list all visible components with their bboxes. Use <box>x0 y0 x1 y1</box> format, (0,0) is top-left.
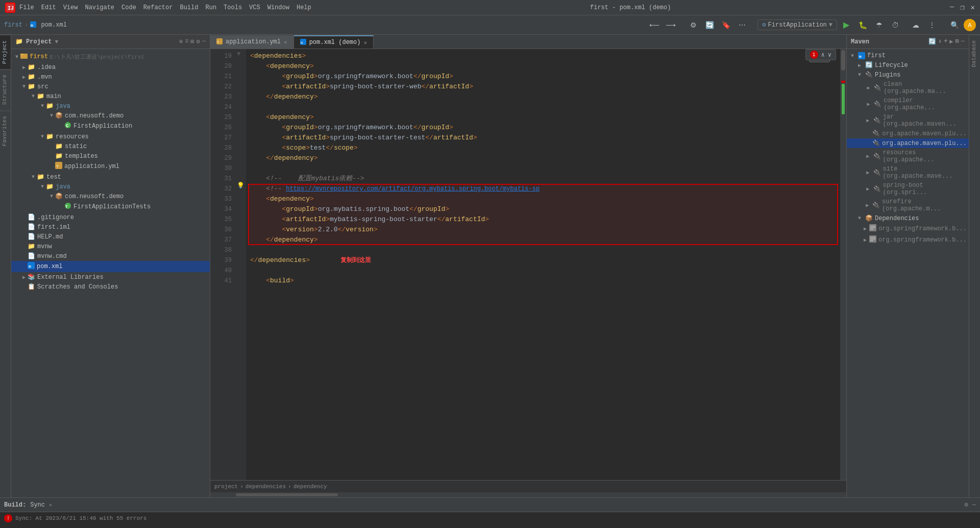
run-button[interactable]: ▶ <box>839 18 853 32</box>
tab-close-appyml[interactable]: ✕ <box>284 39 287 45</box>
maven-item-plu1[interactable]: 🔌 org.apache.maven.plu... <box>847 129 969 138</box>
maven-item-plu2[interactable]: 🔌 org.apache.maven.plu... <box>847 138 969 148</box>
menu-run[interactable]: Run <box>205 4 216 11</box>
error-marker[interactable] <box>841 81 845 83</box>
menu-code[interactable]: Code <box>121 4 136 11</box>
sidebar-tab-favorites[interactable]: Favorites <box>0 110 11 151</box>
deploy-button[interactable]: ☁ <box>909 18 923 32</box>
tree-item-firstiml[interactable]: 📄 first.iml <box>11 222 210 232</box>
profile-button[interactable]: ⏱ <box>888 18 902 32</box>
sidebar-tab-database[interactable]: Database <box>969 35 980 73</box>
tree-item-test[interactable]: ▼ 📁 test <box>11 172 210 182</box>
search-button[interactable]: 🔍 <box>947 18 962 32</box>
tree-item-main[interactable]: ▼ 📁 main <box>11 91 210 101</box>
menu-refactor[interactable]: Refactor <box>143 4 173 11</box>
fold-19[interactable]: ▼ <box>237 49 240 59</box>
locate-icon[interactable]: ⊕ <box>179 38 183 45</box>
maven-item-compiler[interactable]: ▶ 🔌 compiler (org.apache... <box>847 96 969 112</box>
tree-item-firstapptests[interactable]: T FirstApplicationTests <box>11 201 210 212</box>
ok-marker[interactable] <box>842 84 845 114</box>
back-button[interactable]: ⟵ <box>647 18 662 32</box>
toolbar-more1[interactable]: ⋮ <box>925 18 939 32</box>
maven-refresh[interactable]: 🔄 <box>928 38 936 45</box>
collapse-icon[interactable]: ≡ <box>185 38 188 45</box>
tree-item-src[interactable]: ▼ 📁 src <box>11 82 210 91</box>
tree-item-appyml[interactable]: Y application.yml <box>11 161 210 172</box>
forward-button[interactable]: ⟶ <box>664 18 678 32</box>
tree-item-helpmd[interactable]: 📄 HELP.md <box>11 232 210 242</box>
maven-more[interactable]: ─ <box>961 38 965 45</box>
sidebar-tab-project[interactable]: Project <box>0 35 11 69</box>
tree-item-idea[interactable]: ▶ 📁 .idea <box>11 62 210 72</box>
tree-item-gitignore[interactable]: 📄 .gitignore <box>11 212 210 222</box>
breadcrumb-dependency[interactable]: dependency <box>293 484 327 490</box>
error-nav-down[interactable]: ∨ <box>828 51 831 59</box>
menu-bar[interactable]: File Edit View Navigate Code Refactor Bu… <box>19 4 311 11</box>
settings-icon[interactable]: ⚙ <box>197 38 200 45</box>
bookmark-button[interactable]: 🔖 <box>719 18 733 32</box>
tree-item-firstapp[interactable]: C FirstApplication <box>11 121 210 132</box>
sync-button[interactable]: 🔄 <box>702 18 717 32</box>
maven-item-springboot[interactable]: ▶ 🔌 spring-boot (org.spri... <box>847 181 969 197</box>
menu-navigate[interactable]: Navigate <box>85 4 114 11</box>
sidebar-tab-structure[interactable]: Structure <box>0 69 11 110</box>
maven-item-dep2[interactable]: ▶ org.springframework.b... <box>847 234 969 246</box>
tree-item-templates[interactable]: 📁 templates <box>11 151 210 161</box>
tree-item-java-test[interactable]: ▼ 📁 java <box>11 182 210 191</box>
avatar-button[interactable]: A <box>964 19 976 31</box>
debug-button[interactable]: 🐛 <box>855 18 870 32</box>
maven-item-clean[interactable]: ▶ 🔌 clean (org.apache.ma... <box>847 80 969 96</box>
tab-close-pomxml[interactable]: ✕ <box>363 39 367 46</box>
menu-vcs[interactable]: VCS <box>249 4 260 11</box>
hide-icon[interactable]: ─ <box>202 38 206 45</box>
maven-item-first[interactable]: ▼ m first <box>847 51 969 60</box>
run-config[interactable]: ⚙ FirstApplication ▼ <box>757 19 837 30</box>
maven-m[interactable]: m <box>955 38 959 45</box>
menu-window[interactable]: Window <box>267 4 289 11</box>
editor-tab-appyml[interactable]: Y application.yml ✕ <box>210 35 294 49</box>
maven-item-lifecycle[interactable]: ▶ 🔄 Lifecycle <box>847 60 969 70</box>
maven-download[interactable]: ⬇ <box>938 38 942 45</box>
tree-item-mvnw[interactable]: 📁 mvnw <box>11 242 210 251</box>
maven-item-site[interactable]: ▶ 🔌 site (org.apache.mave... <box>847 164 969 181</box>
breadcrumb-first[interactable]: first <box>4 21 22 29</box>
run-config-dropdown[interactable]: ▼ <box>829 21 832 29</box>
maven-item-dep1[interactable]: ▶ org.springframework.b... <box>847 223 969 234</box>
hscrollbar-thumb[interactable] <box>236 493 338 496</box>
tree-item-static[interactable]: 📁 static <box>11 141 210 151</box>
window-controls[interactable]: ─ ❐ ✕ <box>950 3 975 12</box>
error-nav-up[interactable]: ∧ <box>821 51 825 59</box>
maven-item-deps[interactable]: ▼ 📦 Dependencies <box>847 213 969 223</box>
tree-item-package[interactable]: ▼ 📦 com.neusoft.demo <box>11 111 210 121</box>
maven-item-jar[interactable]: ▶ 🔌 jar (org.apache.maven... <box>847 112 969 129</box>
tree-item-pomxml[interactable]: m pom.xml <box>11 261 210 272</box>
editor-scrollbar[interactable] <box>840 49 846 480</box>
minimize-button[interactable]: ─ <box>950 3 954 12</box>
maven-execute[interactable]: ▶ <box>949 38 953 45</box>
breadcrumb-project[interactable]: project <box>214 484 238 490</box>
menu-help[interactable]: Help <box>297 4 311 11</box>
maven-item-surefire[interactable]: ▶ 🔌 surefire (org.apache.m... <box>847 197 969 213</box>
menu-edit[interactable]: Edit <box>41 4 56 11</box>
tree-item-first[interactable]: ▼ first E:\卜凡\软工课设\project\first <box>11 51 210 62</box>
build-settings[interactable]: ⚙ <box>965 501 968 509</box>
code-editor[interactable]: <dependencies> <dependency> <groupId>org… <box>246 49 840 480</box>
menu-tools[interactable]: Tools <box>224 4 242 11</box>
tree-item-mvnwcmd[interactable]: 📄 mvnw.cmd <box>11 251 210 261</box>
scrollbar-thumb[interactable] <box>841 50 845 70</box>
close-button[interactable]: ✕ <box>971 3 975 12</box>
menu-file[interactable]: File <box>19 4 34 11</box>
settings-button[interactable]: ⚙ <box>686 18 700 32</box>
breadcrumb-dependencies[interactable]: dependencies <box>246 484 286 490</box>
breadcrumb-pomxml[interactable]: m pom.xml <box>30 21 67 29</box>
maven-item-plugins[interactable]: ▼ 🔌 Plugins <box>847 70 969 80</box>
maximize-button[interactable]: ❐ <box>960 3 964 12</box>
tree-item-resources[interactable]: ▼ 📁 resources <box>11 132 210 141</box>
sync-tab[interactable]: Sync <box>30 501 45 509</box>
more-button[interactable]: ⋯ <box>735 18 749 32</box>
menu-view[interactable]: View <box>63 4 78 11</box>
editor-hscrollbar[interactable] <box>210 492 846 497</box>
tree-item-java-main[interactable]: ▼ 📁 java <box>11 101 210 111</box>
expand-icon[interactable]: ⊞ <box>190 38 194 45</box>
menu-build[interactable]: Build <box>180 4 198 11</box>
